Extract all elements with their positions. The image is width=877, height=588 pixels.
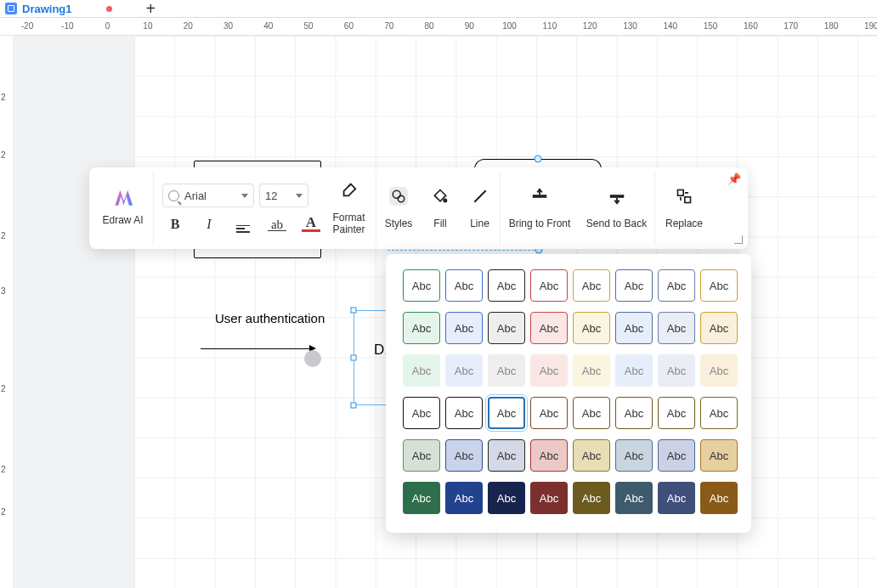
style-swatch[interactable]: Abc	[658, 397, 695, 429]
style-swatch[interactable]: Abc	[615, 482, 653, 514]
style-swatch[interactable]: Abc	[615, 312, 653, 344]
selection-handle-icon[interactable]	[351, 355, 357, 361]
svg-point-0	[393, 190, 400, 198]
style-swatch[interactable]: Abc	[700, 269, 738, 302]
fill-label: Fill	[433, 218, 446, 229]
style-swatch[interactable]: Abc	[573, 269, 610, 302]
style-swatch[interactable]: Abc	[530, 439, 568, 472]
line-button[interactable]: Line	[460, 171, 501, 246]
style-swatch[interactable]: Abc	[445, 482, 483, 514]
style-swatch[interactable]: Abc	[615, 439, 653, 472]
style-swatch[interactable]: Abc	[445, 354, 483, 387]
style-swatch[interactable]: Abc	[445, 439, 483, 472]
style-swatch[interactable]: Abc	[488, 397, 525, 429]
style-swatch[interactable]: Abc	[488, 269, 525, 302]
style-swatch[interactable]: Abc	[445, 397, 483, 429]
style-swatch[interactable]: Abc	[573, 439, 610, 472]
style-swatch[interactable]: Abc	[530, 482, 568, 514]
style-swatch[interactable]: Abc	[615, 354, 653, 387]
style-swatch[interactable]: Abc	[658, 269, 695, 302]
style-swatch[interactable]: Abc	[530, 397, 568, 429]
style-swatch[interactable]: Abc	[700, 397, 738, 429]
style-swatch[interactable]: Abc	[445, 312, 483, 344]
svg-point-2	[444, 199, 446, 201]
style-swatch[interactable]: Abc	[488, 312, 525, 344]
style-swatch[interactable]: Abc	[615, 397, 653, 429]
pin-icon[interactable]: 📌	[727, 172, 741, 185]
style-swatch[interactable]: Abc	[658, 354, 695, 387]
style-swatch[interactable]: Abc	[530, 354, 568, 387]
style-swatch[interactable]: Abc	[700, 439, 738, 472]
font-size-combo[interactable]: 12	[259, 184, 308, 207]
brush-icon	[340, 181, 359, 200]
style-swatch[interactable]: Abc	[573, 482, 610, 514]
fill-button[interactable]: Fill	[421, 171, 460, 246]
format-painter-button[interactable]: FormatPainter	[322, 171, 376, 246]
style-swatch[interactable]: Abc	[615, 269, 653, 302]
replace-label: Replace	[665, 218, 703, 229]
style-swatch[interactable]: Abc	[530, 312, 568, 344]
ai-label: Edraw AI	[102, 214, 143, 226]
style-swatch[interactable]: Abc	[658, 439, 695, 472]
svg-rect-3	[534, 195, 546, 197]
font-section: Arial 12 B I ab A	[154, 171, 322, 246]
line-label: Line	[470, 218, 489, 229]
style-swatch[interactable]: Abc	[530, 269, 568, 302]
style-swatch[interactable]: Abc	[658, 482, 695, 514]
style-swatch[interactable]: Abc	[403, 269, 440, 302]
style-swatch[interactable]: Abc	[573, 312, 610, 344]
add-tab-button[interactable]: +	[146, 3, 156, 14]
line-icon	[471, 187, 489, 206]
style-swatch[interactable]: Abc	[700, 482, 738, 514]
send-back-icon	[608, 187, 626, 206]
style-swatch[interactable]: Abc	[445, 269, 483, 302]
italic-button[interactable]: I	[200, 217, 218, 232]
styles-label: Styles	[385, 218, 413, 229]
arrow-connector[interactable]	[201, 348, 311, 349]
style-swatch[interactable]: Abc	[403, 439, 440, 472]
align-button[interactable]	[234, 216, 252, 232]
expand-icon[interactable]	[734, 235, 743, 244]
bring-front-icon	[530, 187, 549, 206]
selection-handle-icon[interactable]	[351, 308, 357, 314]
format-painter-label: FormatPainter	[332, 212, 365, 236]
style-swatch-grid: AbcAbcAbcAbcAbcAbcAbcAbcAbcAbcAbcAbcAbcA…	[403, 269, 738, 514]
document-title: Drawing1	[22, 3, 72, 15]
style-swatch[interactable]: Abc	[658, 312, 695, 344]
replace-icon	[675, 187, 693, 206]
send-to-back-button[interactable]: Send to Back	[579, 171, 655, 246]
style-swatch[interactable]: Abc	[488, 482, 525, 514]
style-swatch[interactable]: Abc	[403, 312, 440, 344]
style-swatch[interactable]: Abc	[488, 354, 525, 387]
annotation-label[interactable]: User authentication	[215, 311, 325, 325]
selection-handle-icon[interactable]	[351, 403, 357, 409]
replace-button[interactable]: Replace	[655, 171, 713, 246]
style-swatch[interactable]: Abc	[573, 354, 610, 387]
fill-icon	[431, 187, 450, 206]
edraw-ai-button[interactable]: Edraw AI	[93, 171, 154, 246]
strike-button[interactable]: ab	[268, 218, 286, 231]
style-swatch[interactable]: Abc	[403, 354, 440, 387]
anchor-dot-icon	[535, 155, 542, 163]
align-icon	[236, 225, 250, 233]
font-color-button[interactable]: A	[302, 217, 320, 232]
style-swatch[interactable]: Abc	[573, 397, 610, 429]
document-tab[interactable]: Drawing1	[5, 3, 72, 15]
vertical-ruler: 2223222	[0, 36, 14, 588]
style-swatch[interactable]: Abc	[700, 312, 738, 344]
style-swatch[interactable]: Abc	[403, 482, 440, 514]
chevron-down-icon	[296, 194, 303, 198]
bold-button[interactable]: B	[166, 217, 184, 232]
style-swatch[interactable]: Abc	[403, 397, 440, 429]
bring-to-front-button[interactable]: Bring to Front	[501, 171, 579, 246]
svg-rect-6	[685, 197, 691, 203]
ai-logo-icon	[112, 190, 134, 206]
style-swatch[interactable]: Abc	[488, 439, 525, 472]
font-family-combo[interactable]: Arial	[162, 184, 254, 207]
unsaved-indicator-icon	[106, 6, 112, 12]
styles-button[interactable]: Styles	[376, 171, 421, 246]
style-swatch[interactable]: Abc	[700, 354, 738, 387]
svg-rect-4	[610, 195, 623, 197]
svg-point-1	[398, 195, 405, 202]
horizontal-ruler: -20-100102030405060708090100110120130140…	[0, 17, 877, 36]
